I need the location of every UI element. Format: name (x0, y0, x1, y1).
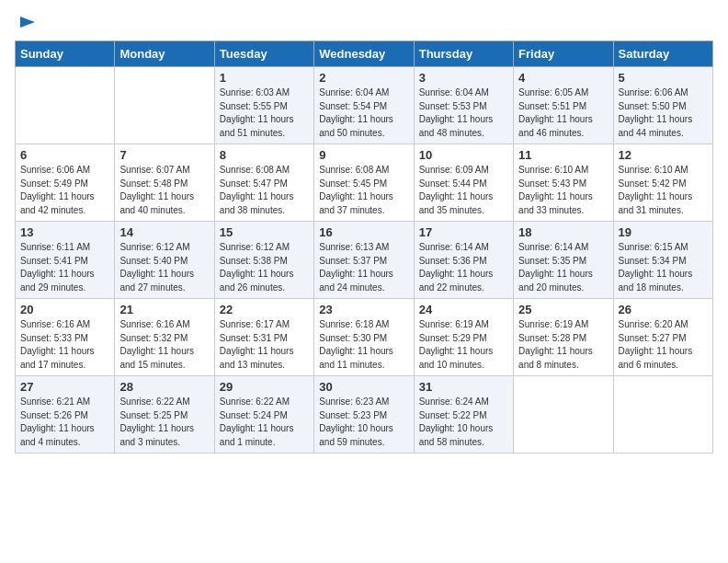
cell-info: Sunrise: 6:03 AM Sunset: 5:55 PM Dayligh… (220, 86, 309, 140)
day-number: 31 (419, 380, 508, 394)
calendar-cell (115, 67, 214, 144)
calendar-week-row: 6Sunrise: 6:06 AM Sunset: 5:49 PM Daylig… (16, 144, 713, 222)
calendar-week-row: 1Sunrise: 6:03 AM Sunset: 5:55 PM Daylig… (16, 67, 713, 144)
day-number: 28 (119, 380, 209, 394)
calendar-header-row: SundayMondayTuesdayWednesdayThursdayFrid… (16, 41, 713, 67)
calendar-cell: 15Sunrise: 6:12 AM Sunset: 5:38 PM Dayli… (214, 222, 313, 299)
calendar-cell: 29Sunrise: 6:22 AM Sunset: 5:24 PM Dayli… (214, 376, 313, 454)
calendar-cell (16, 67, 115, 144)
cell-info: Sunrise: 6:22 AM Sunset: 5:24 PM Dayligh… (220, 396, 309, 449)
day-number: 26 (619, 303, 708, 316)
calendar-cell: 14Sunrise: 6:12 AM Sunset: 5:40 PM Dayli… (115, 222, 214, 299)
cell-info: Sunrise: 6:11 AM Sunset: 5:41 PM Dayligh… (20, 241, 109, 294)
cell-info: Sunrise: 6:15 AM Sunset: 5:34 PM Dayligh… (619, 241, 708, 294)
calendar-cell: 2Sunrise: 6:04 AM Sunset: 5:54 PM Daylig… (314, 67, 414, 144)
calendar-cell: 31Sunrise: 6:24 AM Sunset: 5:22 PM Dayli… (414, 376, 513, 454)
day-number: 11 (518, 148, 608, 162)
cell-info: Sunrise: 6:13 AM Sunset: 5:37 PM Dayligh… (319, 241, 408, 294)
calendar-cell: 11Sunrise: 6:10 AM Sunset: 5:43 PM Dayli… (514, 144, 613, 222)
calendar-cell: 22Sunrise: 6:17 AM Sunset: 5:31 PM Dayli… (214, 299, 313, 376)
calendar-week-row: 20Sunrise: 6:16 AM Sunset: 5:33 PM Dayli… (16, 299, 713, 376)
day-number: 30 (319, 380, 408, 394)
cell-info: Sunrise: 6:07 AM Sunset: 5:48 PM Dayligh… (119, 164, 209, 217)
cell-info: Sunrise: 6:19 AM Sunset: 5:29 PM Dayligh… (419, 318, 508, 372)
cell-info: Sunrise: 6:04 AM Sunset: 5:54 PM Dayligh… (319, 86, 408, 140)
day-number: 5 (619, 71, 708, 85)
cell-info: Sunrise: 6:06 AM Sunset: 5:49 PM Dayligh… (20, 164, 109, 217)
cell-info: Sunrise: 6:21 AM Sunset: 5:26 PM Dayligh… (20, 396, 109, 449)
calendar-cell: 27Sunrise: 6:21 AM Sunset: 5:26 PM Dayli… (16, 376, 115, 454)
calendar-cell: 12Sunrise: 6:10 AM Sunset: 5:42 PM Dayli… (613, 144, 712, 222)
calendar-cell: 7Sunrise: 6:07 AM Sunset: 5:48 PM Daylig… (115, 144, 214, 222)
day-number: 16 (319, 225, 408, 239)
calendar-cell: 13Sunrise: 6:11 AM Sunset: 5:41 PM Dayli… (16, 222, 115, 299)
logo-arrow-icon (18, 13, 37, 31)
day-number: 23 (319, 303, 408, 316)
cell-info: Sunrise: 6:10 AM Sunset: 5:43 PM Dayligh… (518, 164, 608, 217)
calendar-cell: 25Sunrise: 6:19 AM Sunset: 5:28 PM Dayli… (514, 299, 613, 376)
cell-info: Sunrise: 6:04 AM Sunset: 5:53 PM Dayligh… (419, 86, 508, 140)
day-number: 1 (220, 71, 309, 85)
col-header-saturday: Saturday (613, 41, 712, 67)
calendar-cell: 19Sunrise: 6:15 AM Sunset: 5:34 PM Dayli… (613, 222, 712, 299)
calendar-cell: 6Sunrise: 6:06 AM Sunset: 5:49 PM Daylig… (16, 144, 115, 222)
day-number: 7 (119, 148, 209, 162)
cell-info: Sunrise: 6:17 AM Sunset: 5:31 PM Dayligh… (220, 318, 309, 372)
cell-info: Sunrise: 6:08 AM Sunset: 5:47 PM Dayligh… (220, 164, 309, 217)
calendar-cell: 17Sunrise: 6:14 AM Sunset: 5:36 PM Dayli… (414, 222, 513, 299)
cell-info: Sunrise: 6:12 AM Sunset: 5:38 PM Dayligh… (220, 241, 309, 294)
cell-info: Sunrise: 6:08 AM Sunset: 5:45 PM Dayligh… (319, 164, 408, 217)
day-number: 17 (419, 225, 508, 239)
calendar-cell: 23Sunrise: 6:18 AM Sunset: 5:30 PM Dayli… (314, 299, 414, 376)
calendar-cell: 20Sunrise: 6:16 AM Sunset: 5:33 PM Dayli… (16, 299, 115, 376)
calendar-week-row: 27Sunrise: 6:21 AM Sunset: 5:26 PM Dayli… (16, 376, 713, 454)
day-number: 2 (319, 71, 408, 85)
col-header-sunday: Sunday (16, 41, 115, 67)
day-number: 22 (220, 303, 309, 316)
calendar-cell: 24Sunrise: 6:19 AM Sunset: 5:29 PM Dayli… (414, 299, 513, 376)
calendar-cell: 8Sunrise: 6:08 AM Sunset: 5:47 PM Daylig… (214, 144, 313, 222)
day-number: 25 (518, 303, 608, 316)
calendar-cell: 26Sunrise: 6:20 AM Sunset: 5:27 PM Dayli… (613, 299, 712, 376)
day-number: 18 (518, 225, 608, 239)
calendar-week-row: 13Sunrise: 6:11 AM Sunset: 5:41 PM Dayli… (16, 222, 713, 299)
col-header-wednesday: Wednesday (314, 41, 414, 67)
day-number: 14 (119, 225, 209, 239)
calendar-cell (613, 376, 712, 454)
cell-info: Sunrise: 6:09 AM Sunset: 5:44 PM Dayligh… (419, 164, 508, 217)
col-header-friday: Friday (514, 41, 613, 67)
day-number: 6 (20, 148, 109, 162)
day-number: 9 (319, 148, 408, 162)
page-header (15, 15, 713, 31)
day-number: 12 (619, 148, 708, 162)
calendar-cell: 4Sunrise: 6:05 AM Sunset: 5:51 PM Daylig… (514, 67, 613, 144)
day-number: 13 (20, 225, 109, 239)
cell-info: Sunrise: 6:16 AM Sunset: 5:32 PM Dayligh… (119, 318, 209, 372)
calendar-cell: 9Sunrise: 6:08 AM Sunset: 5:45 PM Daylig… (314, 144, 414, 222)
day-number: 4 (518, 71, 608, 85)
col-header-tuesday: Tuesday (214, 41, 313, 67)
day-number: 8 (220, 148, 309, 162)
calendar-cell: 30Sunrise: 6:23 AM Sunset: 5:23 PM Dayli… (314, 376, 414, 454)
day-number: 10 (419, 148, 508, 162)
day-number: 21 (119, 303, 209, 316)
day-number: 27 (20, 380, 109, 394)
cell-info: Sunrise: 6:10 AM Sunset: 5:42 PM Dayligh… (619, 164, 708, 217)
calendar-cell: 1Sunrise: 6:03 AM Sunset: 5:55 PM Daylig… (214, 67, 313, 144)
cell-info: Sunrise: 6:14 AM Sunset: 5:36 PM Dayligh… (419, 241, 508, 294)
day-number: 3 (419, 71, 508, 85)
calendar-cell: 10Sunrise: 6:09 AM Sunset: 5:44 PM Dayli… (414, 144, 513, 222)
cell-info: Sunrise: 6:22 AM Sunset: 5:25 PM Dayligh… (119, 396, 209, 449)
calendar-cell: 16Sunrise: 6:13 AM Sunset: 5:37 PM Dayli… (314, 222, 414, 299)
calendar-cell: 3Sunrise: 6:04 AM Sunset: 5:53 PM Daylig… (414, 67, 513, 144)
cell-info: Sunrise: 6:19 AM Sunset: 5:28 PM Dayligh… (518, 318, 608, 372)
calendar-cell (514, 376, 613, 454)
cell-info: Sunrise: 6:23 AM Sunset: 5:23 PM Dayligh… (319, 396, 408, 449)
cell-info: Sunrise: 6:12 AM Sunset: 5:40 PM Dayligh… (119, 241, 209, 294)
logo (15, 15, 37, 31)
cell-info: Sunrise: 6:16 AM Sunset: 5:33 PM Dayligh… (20, 318, 109, 372)
svg-marker-0 (20, 17, 35, 28)
cell-info: Sunrise: 6:06 AM Sunset: 5:50 PM Dayligh… (619, 86, 708, 140)
cell-info: Sunrise: 6:18 AM Sunset: 5:30 PM Dayligh… (319, 318, 408, 372)
day-number: 24 (419, 303, 508, 316)
